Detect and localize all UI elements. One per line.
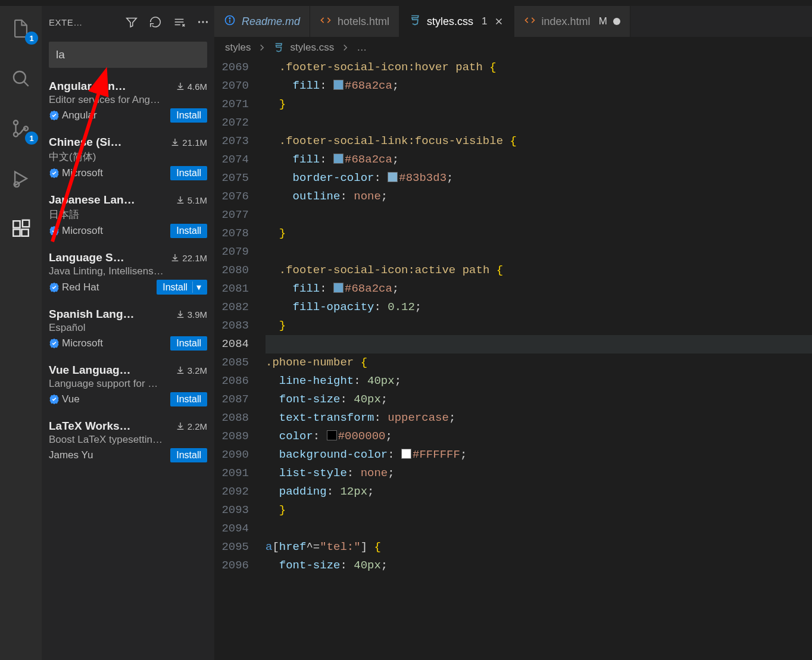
- extension-description: Java Linting, Intellisens…: [49, 265, 207, 277]
- extension-name: Vue Languag…: [49, 364, 171, 377]
- activity-search[interactable]: [7, 64, 35, 93]
- tab-filename: Readme.md: [242, 15, 300, 28]
- extension-description: Editor services for Ang…: [49, 94, 207, 106]
- download-icon: [176, 421, 185, 431]
- tab-status: 1: [482, 15, 487, 27]
- tab-filename: styles.css: [427, 15, 473, 28]
- verified-icon: [49, 394, 60, 405]
- verified-icon: [49, 226, 60, 236]
- editor-tabs: Readme.mdhotels.htmlstyles.css1index.htm…: [214, 6, 812, 37]
- install-button[interactable]: Install: [170, 392, 207, 406]
- extensions-sidebar: EXTE… Angular Lan… 4.6M Editor services …: [42, 6, 214, 660]
- close-icon[interactable]: [494, 16, 504, 27]
- download-icon: [176, 195, 185, 205]
- extension-publisher: Vue: [49, 393, 170, 405]
- extension-publisher: James Yu: [49, 449, 170, 461]
- svg-rect-8: [21, 229, 28, 236]
- extension-downloads: 4.6M: [176, 82, 207, 92]
- extension-description: Español: [49, 322, 207, 334]
- svg-rect-6: [13, 221, 20, 227]
- breadcrumb[interactable]: styles styles.css …: [214, 37, 812, 58]
- unsaved-dot-icon: [613, 18, 620, 25]
- search-input[interactable]: [56, 48, 200, 61]
- activity-explorer[interactable]: 1: [7, 14, 35, 43]
- editor-tab[interactable]: styles.css1: [399, 6, 514, 37]
- editor-tab[interactable]: hotels.html: [310, 6, 399, 37]
- install-button[interactable]: Install▾: [157, 280, 207, 295]
- extension-publisher: Microsoft: [49, 337, 170, 349]
- explorer-badge: 1: [25, 32, 38, 45]
- extension-item[interactable]: LaTeX Works… 2.2M Boost LaTeX typesettin…: [42, 414, 214, 470]
- file-icon: [224, 14, 236, 29]
- tab-filename: index.html: [542, 15, 591, 28]
- sidebar-header: EXTE…: [42, 6, 214, 38]
- verified-icon: [49, 110, 60, 121]
- verified-icon: [49, 168, 60, 179]
- svg-point-3: [14, 132, 18, 136]
- svg-point-0: [14, 71, 26, 83]
- editor-tab[interactable]: index.htmlM: [514, 6, 630, 37]
- extension-downloads: 3.2M: [176, 365, 207, 376]
- download-icon: [170, 137, 180, 147]
- extension-downloads: 2.2M: [176, 421, 207, 431]
- breadcrumb-folder[interactable]: styles: [225, 42, 251, 54]
- editor-tab[interactable]: Readme.md: [214, 6, 310, 37]
- extension-item[interactable]: Angular Lan… 4.6M Editor services for An…: [42, 74, 214, 130]
- svg-point-15: [206, 21, 208, 23]
- download-icon: [170, 253, 180, 262]
- clear-icon[interactable]: [173, 15, 186, 29]
- extensions-search[interactable]: [49, 42, 207, 68]
- extension-name: Spanish Lang…: [49, 308, 171, 321]
- refresh-icon[interactable]: [149, 15, 162, 29]
- verified-icon: [49, 338, 60, 349]
- breadcrumb-file[interactable]: styles.css: [290, 42, 334, 54]
- css-file-icon: [273, 42, 284, 53]
- svg-line-1: [24, 82, 29, 86]
- extension-downloads: 3.9M: [176, 309, 207, 320]
- extension-item[interactable]: Chinese (Si… 21.1M 中文(简体) Microsoft Inst…: [42, 130, 214, 187]
- svg-point-2: [14, 121, 18, 125]
- extension-publisher: Microsoft: [49, 167, 170, 179]
- extension-list: Angular Lan… 4.6M Editor services for An…: [42, 74, 214, 660]
- sidebar-title: EXTE…: [49, 17, 83, 27]
- install-button[interactable]: Install: [170, 166, 207, 180]
- install-button[interactable]: Install: [170, 224, 207, 238]
- code-lines[interactable]: .footer-social-icon:hover path { fill: #…: [266, 58, 812, 660]
- more-icon[interactable]: [196, 15, 210, 29]
- svg-point-18: [229, 17, 230, 18]
- activity-run-debug[interactable]: [7, 164, 35, 193]
- svg-point-14: [202, 21, 204, 23]
- extension-description: Language support for …: [49, 378, 207, 390]
- download-icon: [176, 309, 185, 319]
- activity-bar: 1 1: [0, 6, 42, 660]
- gutter: 2069207020712072207320742075207620772078…: [214, 58, 266, 660]
- file-icon: [524, 14, 536, 29]
- install-button[interactable]: Install: [170, 108, 207, 123]
- extension-description: 中文(简体): [49, 150, 207, 164]
- extension-description: Boost LaTeX typesettin…: [49, 434, 207, 446]
- chevron-down-icon[interactable]: ▾: [192, 281, 201, 293]
- filter-icon[interactable]: [125, 15, 138, 29]
- activity-source-control[interactable]: 1: [7, 114, 35, 143]
- extension-name: Chinese (Si…: [49, 136, 165, 149]
- chevron-right-icon: [257, 42, 267, 53]
- code-editor[interactable]: 2069207020712072207320742075207620772078…: [214, 58, 812, 660]
- extension-item[interactable]: Vue Languag… 3.2M Language support for ……: [42, 358, 214, 414]
- install-button[interactable]: Install: [170, 336, 207, 351]
- extension-item[interactable]: Spanish Lang… 3.9M Español Microsoft Ins…: [42, 302, 214, 358]
- extension-name: Angular Lan…: [49, 80, 171, 93]
- activity-extensions[interactable]: [7, 214, 35, 243]
- verified-icon: [49, 282, 60, 293]
- download-icon: [176, 365, 185, 375]
- extension-downloads: 22.1M: [170, 253, 207, 263]
- extension-name: Japanese Lan…: [49, 193, 171, 207]
- extension-publisher: Microsoft: [49, 225, 170, 237]
- chevron-right-icon: [340, 42, 351, 53]
- extension-item[interactable]: Japanese Lan… 5.1M 日本語 Microsoft Install: [42, 187, 214, 245]
- scm-badge: 1: [25, 132, 38, 145]
- editor-group: Readme.mdhotels.htmlstyles.css1index.htm…: [214, 6, 812, 660]
- breadcrumb-more[interactable]: …: [357, 42, 367, 54]
- install-button[interactable]: Install: [170, 448, 207, 462]
- extension-item[interactable]: Language S… 22.1M Java Linting, Intellis…: [42, 245, 214, 302]
- tab-status: M: [599, 15, 607, 27]
